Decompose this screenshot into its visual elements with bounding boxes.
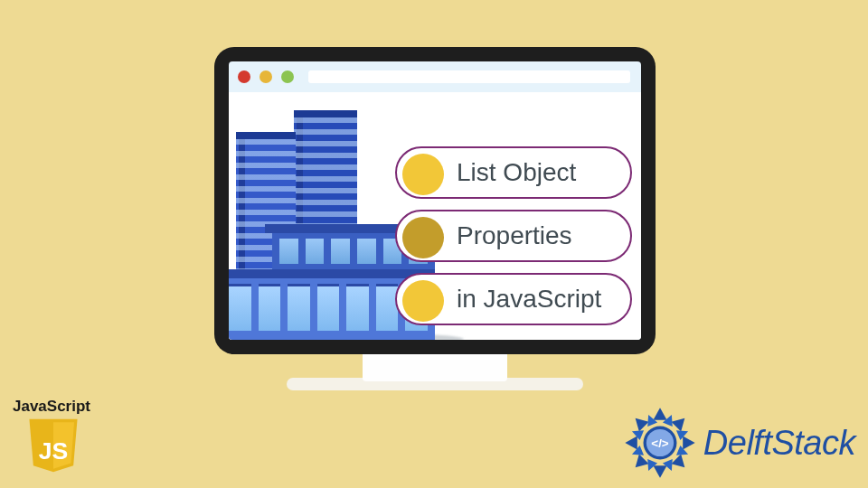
monitor-screen: List Object Properties in JavaScript [229,61,641,340]
title-pill-2: Properties [395,210,632,262]
svg-text:</>: </> [651,436,669,450]
delftstack-brand-name: DelftStack [703,424,855,463]
monitor-illustration: List Object Properties in JavaScript [214,47,656,390]
pill-bullet-icon [402,280,444,322]
pill-label: Properties [457,221,572,250]
svg-marker-8 [630,454,648,472]
pill-label: in JavaScript [457,285,601,314]
svg-marker-3 [653,408,666,419]
url-bar [308,70,630,83]
svg-marker-10 [630,413,648,431]
monitor-frame: List Object Properties in JavaScript [214,47,656,354]
window-traffic-lights [238,70,294,83]
javascript-logo: JavaScript JS [13,398,101,477]
pill-bullet-icon [402,217,444,258]
title-pill-1: List Object [395,146,632,199]
svg-text:JS: JS [39,437,69,465]
javascript-logo-title: JavaScript [13,398,90,416]
traffic-light-yellow-icon [259,70,272,83]
pill-label: List Object [457,158,576,187]
pill-bullet-icon [402,154,444,195]
svg-marker-9 [625,436,637,449]
svg-marker-7 [653,465,666,477]
browser-content-area: List Object Properties in JavaScript [229,92,641,340]
svg-marker-5 [683,436,694,449]
svg-marker-4 [671,413,689,431]
delftstack-logo-icon: </> [622,405,698,481]
title-pills: List Object Properties in JavaScript [395,146,632,325]
traffic-light-red-icon [238,70,250,83]
javascript-shield-icon: JS [25,418,81,474]
traffic-light-green-icon [281,70,294,83]
title-pill-3: in JavaScript [395,273,632,325]
svg-marker-6 [671,454,689,472]
delftstack-brand: </> DelftStack [622,405,855,481]
